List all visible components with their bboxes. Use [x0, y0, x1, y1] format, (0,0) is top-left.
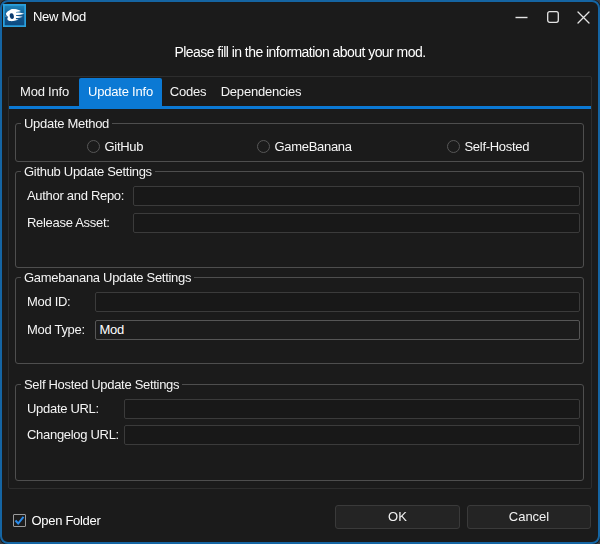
checkbox-box[interactable]: [13, 514, 26, 527]
open-folder-checkbox[interactable]: Open Folder: [13, 513, 101, 528]
minimize-icon: [515, 11, 528, 24]
update-method-legend: Update Method: [21, 116, 112, 131]
release-asset-input[interactable]: [133, 213, 580, 233]
radio-self-hosted-label: Self-Hosted: [465, 139, 530, 154]
new-mod-dialog: New Mod Please fill in the information a…: [0, 0, 600, 544]
tab-update-info[interactable]: Update Info: [79, 78, 162, 106]
open-folder-label: Open Folder: [32, 513, 101, 528]
radio-gamebanana-label: GameBanana: [275, 139, 352, 154]
title-bar[interactable]: New Mod: [2, 2, 598, 34]
selfhosted-settings-group: Self Hosted Update Settings Update URL: …: [15, 384, 584, 482]
tab-control: Mod Info Update Info Codes Dependencies …: [8, 76, 592, 490]
gamebanana-settings-group: Gamebanana Update Settings Mod ID: Mod T…: [15, 277, 584, 364]
radio-github[interactable]: GitHub: [87, 139, 144, 153]
tab-mod-info[interactable]: Mod Info: [10, 78, 79, 106]
radio-circle[interactable]: [447, 140, 460, 153]
changelog-url-label: Changelog URL:: [27, 427, 119, 442]
tab-codes[interactable]: Codes: [162, 78, 214, 106]
changelog-url-input[interactable]: [124, 425, 580, 445]
github-settings-legend: Github Update Settings: [21, 164, 155, 179]
dialog-footer: Open Folder OK Cancel: [2, 487, 598, 542]
author-repo-label: Author and Repo:: [27, 188, 124, 203]
tab-underline: [9, 106, 591, 109]
mod-id-input[interactable]: [95, 292, 580, 312]
selfhosted-settings-legend: Self Hosted Update Settings: [21, 377, 182, 392]
tab-strip: Mod Info Update Info Codes Dependencies: [10, 78, 590, 106]
radio-circle[interactable]: [257, 140, 270, 153]
window-title: New Mod: [33, 2, 86, 34]
radio-self-hosted[interactable]: Self-Hosted: [447, 139, 530, 153]
close-icon: [577, 11, 590, 24]
cancel-button[interactable]: Cancel: [467, 505, 591, 530]
release-asset-label: Release Asset:: [27, 215, 110, 230]
mod-type-combobox[interactable]: Mod: [95, 320, 580, 340]
update-url-label: Update URL:: [27, 401, 99, 416]
minimize-button[interactable]: [505, 2, 537, 32]
close-button[interactable]: [567, 2, 599, 32]
mod-type-label: Mod Type:: [27, 322, 85, 337]
gamebanana-settings-legend: Gamebanana Update Settings: [21, 270, 194, 285]
update-method-group: Update Method GitHub GameBanana Self-Hos…: [15, 123, 584, 162]
ok-button[interactable]: OK: [335, 505, 460, 530]
radio-circle[interactable]: [87, 140, 100, 153]
instruction-text: Please fill in the information about you…: [2, 44, 598, 60]
update-url-input[interactable]: [124, 399, 580, 419]
radio-gamebanana[interactable]: GameBanana: [257, 139, 352, 153]
maximize-icon: [547, 11, 559, 23]
author-repo-input[interactable]: [133, 186, 580, 206]
checkmark-icon: [14, 515, 25, 526]
github-settings-group: Github Update Settings Author and Repo: …: [15, 171, 584, 268]
mod-id-label: Mod ID:: [27, 294, 70, 309]
tab-dependencies[interactable]: Dependencies: [214, 78, 308, 106]
maximize-button[interactable]: [537, 2, 569, 32]
radio-github-label: GitHub: [105, 139, 144, 154]
app-icon: [3, 4, 26, 27]
